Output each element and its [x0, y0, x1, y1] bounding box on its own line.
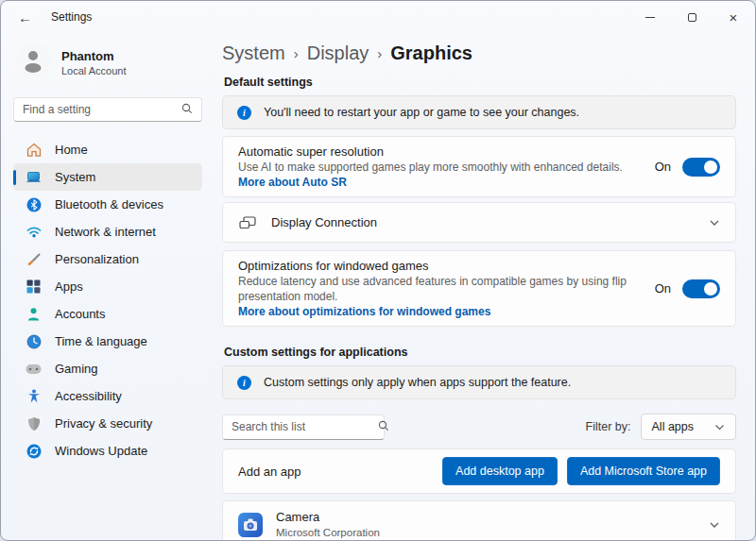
auto-sr-toggle[interactable] — [682, 158, 720, 177]
filter-dropdown-value: All apps — [652, 420, 694, 433]
add-microsoft-store-app-button[interactable]: Add Microsoft Store app — [567, 457, 720, 485]
breadcrumb-display[interactable]: Display — [307, 42, 369, 64]
search-icon — [378, 418, 389, 435]
breadcrumb-system[interactable]: System — [222, 42, 285, 64]
system-icon — [26, 170, 42, 184]
bluetooth-icon — [26, 197, 42, 212]
selection-accent-bar — [13, 170, 16, 185]
add-an-app-label: Add an app — [238, 464, 433, 480]
avatar — [15, 42, 51, 82]
custom-settings-info-banner: i Custom settings only apply when apps s… — [222, 365, 736, 399]
close-button[interactable]: × — [727, 10, 740, 24]
sidebar-item-gaming[interactable]: Gaming — [13, 355, 202, 382]
sidebar-item-system[interactable]: System — [13, 163, 202, 191]
find-setting-searchbox[interactable] — [13, 97, 202, 122]
sidebar-item-label: Accessibility — [55, 389, 122, 403]
sidebar-item-label: Home — [55, 143, 88, 157]
search-input[interactable] — [23, 103, 181, 116]
account-type: Local Account — [61, 65, 127, 76]
sidebar-item-time-language[interactable]: Time & language — [13, 328, 202, 355]
display-connection-title: Display Connection — [271, 214, 697, 230]
apps-grid-icon — [26, 279, 42, 294]
sidebar-item-apps[interactable]: Apps — [13, 273, 202, 300]
windowed-games-title: Optimizations for windowed games — [238, 258, 642, 274]
sidebar: Phantom Local Account Home System — [1, 33, 215, 541]
filter-dropdown[interactable]: All apps — [641, 414, 736, 440]
sidebar-item-label: Gaming — [55, 362, 98, 376]
sidebar-item-label: Bluetooth & devices — [55, 197, 163, 211]
sidebar-item-label: Apps — [55, 279, 83, 294]
sidebar-item-label: Windows Update — [55, 444, 147, 458]
chevron-down-icon[interactable] — [709, 219, 720, 227]
minimize-button[interactable] — [644, 10, 657, 24]
sidebar-item-personalization[interactable]: Personalization — [13, 245, 202, 273]
breadcrumb: System › Display › Graphics — [222, 42, 736, 64]
gamepad-icon — [26, 363, 42, 375]
main-content: System › Display › Graphics Default sett… — [215, 33, 755, 541]
back-button[interactable]: ← — [18, 10, 32, 25]
sidebar-item-home[interactable]: Home — [13, 136, 202, 163]
auto-sr-learn-more-link[interactable]: More about Auto SR — [238, 176, 347, 189]
auto-sr-description: Use AI to make supported games play more… — [238, 161, 623, 174]
account-card[interactable]: Phantom Local Account — [15, 42, 200, 82]
clock-globe-icon — [26, 334, 42, 349]
chevron-down-icon — [714, 420, 725, 433]
maximize-button[interactable] — [685, 10, 698, 24]
add-desktop-app-button[interactable]: Add desktop app — [442, 457, 558, 485]
breadcrumb-separator: › — [285, 45, 307, 61]
shield-icon — [26, 416, 42, 431]
maximize-icon — [688, 13, 696, 22]
minimize-icon — [645, 17, 655, 18]
home-icon — [26, 143, 42, 158]
app-row-camera[interactable]: Camera Microsoft Corporation — [222, 500, 736, 541]
add-an-app-card: Add an app Add desktop app Add Microsoft… — [222, 448, 736, 494]
sidebar-item-bluetooth-devices[interactable]: Bluetooth & devices — [13, 191, 202, 218]
restart-info-text: You'll need to restart your app or game … — [264, 106, 579, 119]
list-controls: Filter by: All apps — [222, 414, 736, 440]
auto-sr-toggle-state: On — [655, 160, 671, 174]
windowed-games-toggle[interactable] — [682, 279, 720, 298]
sidebar-item-accounts[interactable]: Accounts — [13, 300, 202, 328]
windowed-games-toggle-state: On — [655, 281, 671, 296]
sidebar-item-privacy-security[interactable]: Privacy & security — [13, 410, 202, 437]
windows-update-icon — [26, 444, 42, 459]
custom-settings-heading: Custom settings for applications — [224, 346, 736, 359]
app-name: Camera — [276, 510, 697, 525]
breadcrumb-graphics: Graphics — [390, 42, 472, 64]
info-icon: i — [237, 376, 251, 390]
sidebar-item-label: System — [55, 170, 95, 184]
sidebar-item-label: Time & language — [55, 334, 147, 348]
restart-info-banner: i You'll need to restart your app or gam… — [222, 95, 736, 129]
wifi-icon — [26, 226, 42, 238]
auto-sr-title: Automatic super resolution — [238, 144, 642, 160]
windowed-games-description: Reduce latency and use advanced features… — [238, 274, 642, 304]
search-list-box[interactable] — [222, 414, 385, 440]
display-connection-icon — [238, 215, 257, 230]
sidebar-item-label: Personalization — [55, 252, 139, 266]
sidebar-item-label: Accounts — [55, 307, 105, 321]
sidebar-item-label: Privacy & security — [55, 416, 152, 431]
brush-icon — [26, 252, 42, 267]
user-name: Phantom — [61, 49, 127, 63]
chevron-down-icon[interactable] — [709, 521, 720, 529]
sidebar-item-windows-update[interactable]: Windows Update — [13, 437, 202, 465]
sidebar-nav: Home System Bluetooth & devices Network … — [13, 136, 202, 465]
windowed-games-card: Optimizations for windowed games Reduce … — [222, 250, 736, 327]
sidebar-item-label: Network & internet — [55, 225, 156, 239]
titlebar: ← Settings × — [1, 1, 755, 33]
settings-window: ← Settings × Phantom Local Account — [0, 0, 756, 541]
window-title: Settings — [51, 10, 92, 24]
windowed-games-learn-more-link[interactable]: More about optimizations for windowed ga… — [238, 305, 490, 318]
auto-sr-card: Automatic super resolution Use AI to mak… — [222, 136, 736, 197]
camera-app-icon — [238, 513, 263, 537]
search-list-input[interactable] — [232, 420, 378, 433]
sidebar-item-accessibility[interactable]: Accessibility — [13, 382, 202, 410]
app-publisher: Microsoft Corporation — [276, 526, 697, 540]
sidebar-item-network-internet[interactable]: Network & internet — [13, 218, 202, 245]
breadcrumb-separator: › — [369, 45, 390, 61]
display-connection-row[interactable]: Display Connection — [222, 202, 736, 243]
search-icon — [181, 101, 193, 118]
filter-by-label: Filter by: — [586, 420, 631, 433]
info-icon: i — [237, 106, 251, 120]
custom-settings-info-text: Custom settings only apply when apps sup… — [264, 376, 571, 389]
